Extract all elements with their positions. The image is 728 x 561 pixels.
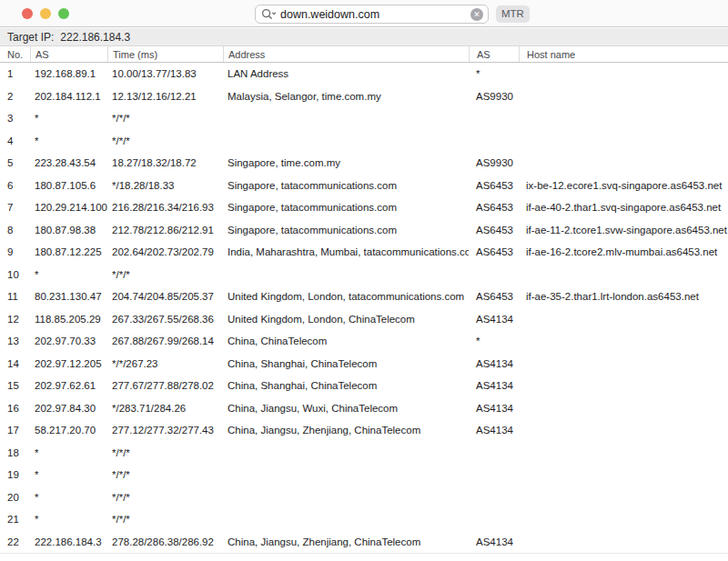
column-header-as: AS (469, 46, 519, 62)
cell-address: Singapore, tatacommunications.com (223, 225, 469, 235)
mtr-button[interactable]: MTR (496, 5, 530, 23)
cell-time: 216.28/216.34/216.93 (107, 202, 223, 213)
cell-time: 277.67/277.88/278.02 (107, 380, 223, 391)
table-header: No. AS Time (ms) Address AS Host name (0, 46, 728, 63)
cell-no: 1 (7, 68, 30, 79)
table-row[interactable]: 6180.87.105.6*/18.28/18.33Singapore, tat… (0, 175, 728, 197)
cell-address: China, Jiangsu, Zhenjiang, ChinaTelecom (223, 536, 469, 547)
cell-as-ip: * (30, 113, 107, 124)
cell-time: 18.27/18.32/18.72 (107, 157, 223, 168)
table-row[interactable]: 12118.85.205.29267.33/267.55/268.36Unite… (0, 308, 728, 331)
target-ip-bar: Target IP: 222.186.184.3 (0, 28, 728, 46)
cell-no: 16 (7, 403, 30, 414)
column-header-hostname: Host name (519, 46, 728, 62)
table-row[interactable]: 18**/*/* (0, 442, 728, 465)
table-row[interactable]: 10**/*/* (0, 264, 728, 286)
cell-as-ip: 202.97.70.33 (30, 336, 107, 346)
cell-time: 277.12/277.32/277.43 (107, 425, 223, 436)
minimize-button[interactable] (40, 8, 51, 19)
cell-address: United Kingdom, London, ChinaTelecom (223, 314, 469, 325)
cell-as-number: AS4134 (469, 358, 519, 369)
cell-as-number: AS9930 (469, 91, 519, 102)
table-row[interactable]: 14202.97.12.205*/*/267.23China, Shanghai… (0, 353, 728, 376)
cell-no: 11 (7, 291, 30, 302)
cell-as-ip: * (30, 447, 107, 458)
cell-address: LAN Address (223, 68, 469, 79)
cell-time: 278.28/286.38/286.92 (107, 536, 223, 547)
table-row[interactable]: 1180.231.130.47204.74/204.85/205.37Unite… (0, 286, 728, 308)
titlebar: ✕ MTR (0, 0, 728, 27)
cell-as-ip: 58.217.20.70 (30, 425, 107, 436)
cell-no: 13 (7, 336, 30, 346)
table-row[interactable]: 20**/*/* (0, 486, 728, 509)
cell-as-number: AS4134 (469, 380, 519, 391)
cell-hostname: if-ae-40-2.thar1.svq-singapore.as6453.ne… (519, 202, 728, 213)
cell-no: 6 (7, 180, 30, 191)
close-button[interactable] (22, 8, 33, 19)
table-row[interactable]: 8180.87.98.38212.78/212.86/212.91Singapo… (0, 219, 728, 242)
table-row[interactable]: 21**/*/* (0, 508, 728, 531)
table-row[interactable]: 19**/*/* (0, 464, 728, 486)
cell-as-number: AS6453 (469, 225, 519, 235)
target-ip-label: Target IP: (7, 31, 54, 44)
cell-as-number: AS6453 (469, 246, 519, 257)
cell-time: */*/267.23 (107, 358, 223, 369)
search-menu-icon[interactable] (261, 8, 277, 20)
cell-time: 267.88/267.99/268.14 (107, 336, 223, 346)
table-row[interactable]: 1758.217.20.70277.12/277.32/277.43China,… (0, 419, 728, 442)
cell-time: 267.33/267.55/268.36 (107, 314, 223, 325)
table-row[interactable]: 2202.184.112.112.13/12.16/12.21Malaysia,… (0, 85, 728, 108)
cell-as-number: AS6453 (469, 180, 519, 191)
search-input[interactable] (280, 8, 470, 21)
table-row[interactable]: 15202.97.62.61277.67/277.88/278.02China,… (0, 375, 728, 397)
column-header-as-ip: AS (30, 46, 107, 62)
cell-as-number: * (469, 68, 519, 79)
table-row[interactable]: 16202.97.84.30*/283.71/284.26China, Jian… (0, 397, 728, 420)
zoom-button[interactable] (58, 8, 69, 19)
cell-time: */*/* (107, 269, 223, 280)
cell-time: */283.71/284.26 (107, 403, 223, 414)
table-row[interactable]: 9180.87.12.225202.64/202.73/202.79India,… (0, 241, 728, 264)
cell-hostname: ix-be-12.ecore1.svq-singapore.as6453.net (519, 180, 728, 191)
cell-as-ip: 180.87.105.6 (30, 180, 107, 191)
clear-search-icon[interactable]: ✕ (470, 8, 483, 21)
column-header-address: Address (223, 46, 469, 62)
cell-time: 204.74/204.85/205.37 (107, 291, 223, 302)
search-field[interactable]: ✕ (255, 5, 489, 24)
cell-no: 18 (7, 447, 30, 458)
cell-no: 8 (7, 225, 30, 235)
target-ip-value: 222.186.184.3 (60, 31, 130, 44)
cell-address: Singapore, tatacommunications.com (223, 180, 469, 191)
cell-as-ip: * (30, 269, 107, 280)
cell-as-number: AS4134 (469, 403, 519, 414)
cell-address: China, Jiangsu, Wuxi, ChinaTelecom (223, 403, 469, 414)
cell-no: 3 (7, 113, 30, 124)
cell-no: 22 (7, 536, 30, 547)
cell-as-number: AS4134 (469, 314, 519, 325)
cell-address: Singapore, tatacommunications.com (223, 202, 469, 213)
bottom-separator (0, 553, 728, 554)
cell-as-ip: * (30, 492, 107, 503)
cell-as-ip: 118.85.205.29 (30, 314, 107, 325)
cell-as-number: AS9930 (469, 157, 519, 168)
cell-no: 19 (7, 469, 30, 480)
cell-address: United Kingdom, London, tatacommunicatio… (223, 291, 469, 302)
cell-no: 12 (7, 314, 30, 325)
cell-as-number: AS6453 (469, 202, 519, 213)
cell-address: Malaysia, Selangor, time.com.my (223, 91, 469, 102)
table-row[interactable]: 13202.97.70.33267.88/267.99/268.14China,… (0, 330, 728, 353)
table-row[interactable]: 5223.28.43.5418.27/18.32/18.72Singapore,… (0, 152, 728, 175)
table-row[interactable]: 22222.186.184.3278.28/286.38/286.92China… (0, 531, 728, 554)
cell-as-ip: * (30, 514, 107, 525)
cell-no: 10 (7, 269, 30, 280)
table-row[interactable]: 7120.29.214.100216.28/216.34/216.93Singa… (0, 196, 728, 219)
table-row[interactable]: 1192.168.89.110.00/13.77/13.83LAN Addres… (0, 63, 728, 85)
cell-as-number: AS6453 (469, 291, 519, 302)
cell-as-number: AS4134 (469, 425, 519, 436)
cell-no: 21 (7, 514, 30, 525)
cell-time: 10.00/13.77/13.83 (107, 68, 223, 79)
table-row[interactable]: 4**/*/* (0, 130, 728, 153)
cell-no: 9 (7, 246, 30, 257)
table-row[interactable]: 3**/*/* (0, 107, 728, 130)
cell-as-ip: 202.184.112.1 (30, 91, 107, 102)
